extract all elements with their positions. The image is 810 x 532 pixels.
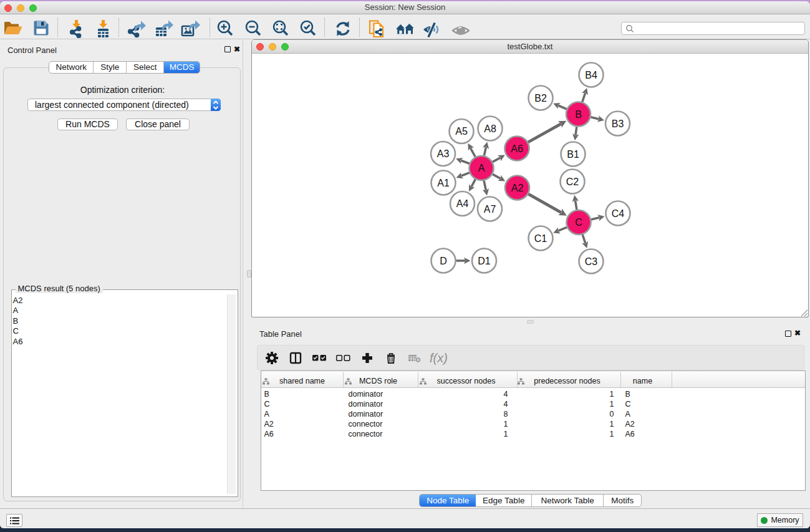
svg-text:C4: C4 <box>611 208 624 218</box>
svg-text:B3: B3 <box>611 118 624 128</box>
svg-text:A6: A6 <box>511 143 523 153</box>
svg-text:A4: A4 <box>456 198 468 209</box>
svg-text:f(x): f(x) <box>430 351 448 365</box>
svg-text:A2: A2 <box>511 182 523 193</box>
svg-text:D: D <box>440 255 447 266</box>
svg-text:B: B <box>575 109 582 119</box>
svg-text:A7: A7 <box>483 203 496 214</box>
svg-text:C1: C1 <box>534 233 547 243</box>
svg-text:B1: B1 <box>567 148 579 159</box>
svg-text:A: A <box>478 163 485 173</box>
svg-text:C3: C3 <box>584 256 597 266</box>
svg-text:B2: B2 <box>534 92 547 103</box>
svg-text:C: C <box>575 217 582 228</box>
svg-text:A5: A5 <box>455 126 468 137</box>
svg-text:A3: A3 <box>436 148 449 159</box>
svg-text:D1: D1 <box>478 255 491 266</box>
svg-text:A8: A8 <box>484 123 496 133</box>
svg-text:C2: C2 <box>566 176 579 186</box>
svg-text:B4: B4 <box>585 69 597 80</box>
svg-text:A1: A1 <box>437 177 450 188</box>
